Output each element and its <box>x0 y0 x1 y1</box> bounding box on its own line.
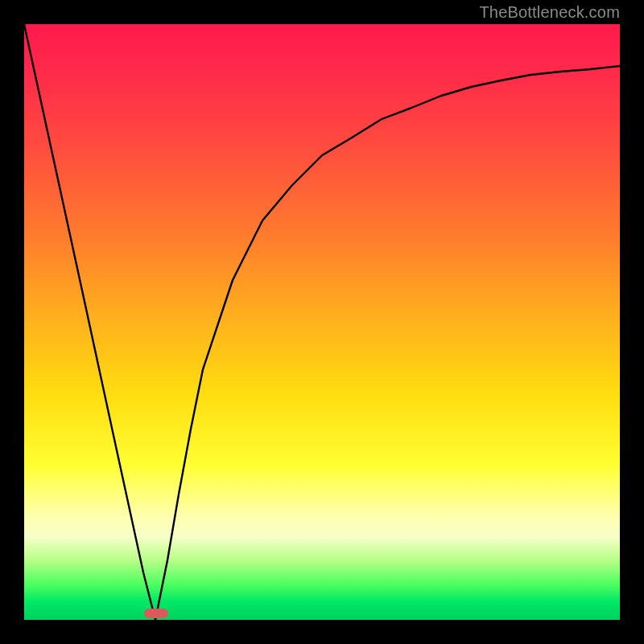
plot-area <box>24 24 620 620</box>
watermark-text: TheBottleneck.com <box>479 3 620 22</box>
chart-frame: TheBottleneck.com <box>0 0 644 644</box>
bottleneck-curve <box>24 24 620 620</box>
curve-svg <box>24 24 620 620</box>
minimum-marker <box>144 609 168 618</box>
